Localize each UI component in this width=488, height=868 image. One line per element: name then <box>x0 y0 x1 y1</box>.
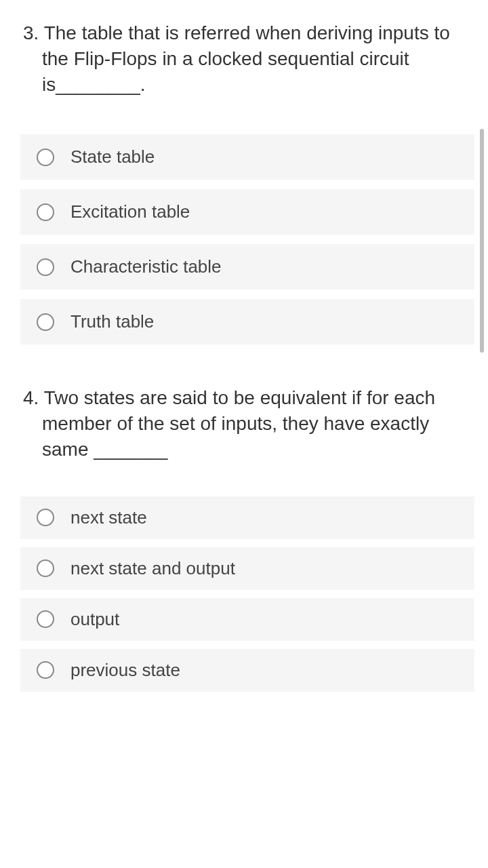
radio-icon <box>37 559 54 577</box>
option-label: next state and output <box>70 558 235 579</box>
option-next-state[interactable]: next state <box>20 496 474 539</box>
radio-icon <box>37 610 54 628</box>
option-excitation-table[interactable]: Excitation table <box>20 189 474 235</box>
option-label: output <box>70 609 119 630</box>
option-label: Truth table <box>70 311 154 332</box>
scrollbar[interactable] <box>480 129 484 353</box>
option-characteristic-table[interactable]: Characteristic table <box>20 244 474 290</box>
question-text: 4. Two states are said to be equivalent … <box>39 385 474 462</box>
question-3-options: State table Excitation table Characteris… <box>20 134 474 344</box>
option-next-state-and-output[interactable]: next state and output <box>20 547 474 590</box>
option-output[interactable]: output <box>20 598 474 641</box>
question-4-options: next state next state and output output … <box>20 496 474 692</box>
radio-icon <box>37 661 54 679</box>
option-previous-state[interactable]: previous state <box>20 649 474 692</box>
quiz-content: 3. The table that is referred when deriv… <box>0 0 488 705</box>
radio-icon <box>37 313 54 331</box>
radio-icon <box>37 509 54 526</box>
question-text: 3. The table that is referred when deriv… <box>39 20 474 97</box>
option-state-table[interactable]: State table <box>20 134 474 180</box>
option-label: State table <box>70 146 155 167</box>
radio-icon <box>37 149 54 166</box>
radio-icon <box>37 258 54 276</box>
option-truth-table[interactable]: Truth table <box>20 299 474 344</box>
question-4: 4. Two states are said to be equivalent … <box>20 385 474 691</box>
question-3: 3. The table that is referred when deriv… <box>20 20 474 344</box>
option-label: previous state <box>70 660 180 681</box>
option-label: next state <box>70 507 147 528</box>
radio-icon <box>37 203 54 221</box>
option-label: Characteristic table <box>70 256 222 277</box>
option-label: Excitation table <box>70 201 190 222</box>
